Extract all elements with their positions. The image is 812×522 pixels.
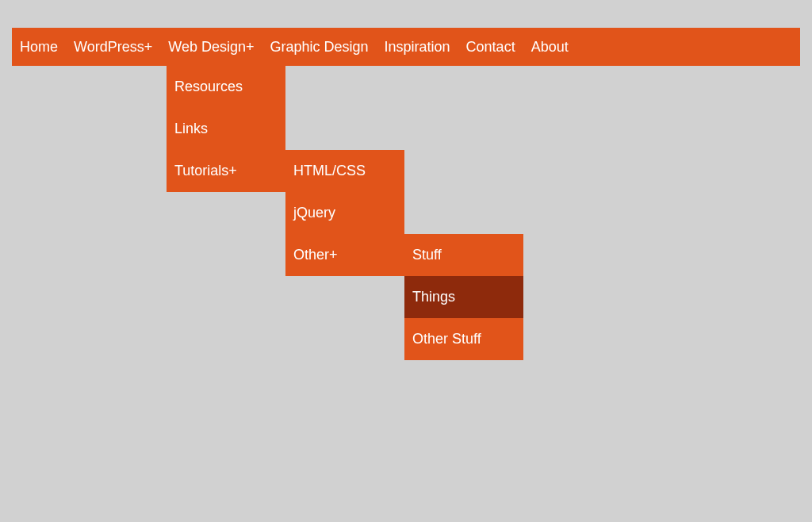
dropdown-web-design: Resources Links Tutorials: [167, 66, 285, 192]
dropdown-item-tutorials[interactable]: Tutorials: [167, 150, 285, 192]
dropdown-item-resources[interactable]: Resources: [167, 66, 285, 108]
main-navbar: Home WordPress Web Design Graphic Design…: [12, 28, 800, 66]
nav-item-web-design[interactable]: Web Design: [160, 28, 262, 66]
dropdown-other: Stuff Things Other Stuff: [404, 234, 523, 360]
dropdown-item-other-stuff[interactable]: Other Stuff: [404, 318, 523, 360]
dropdown-tutorials: HTML/CSS jQuery Other: [285, 150, 404, 276]
dropdown-item-things[interactable]: Things: [404, 276, 523, 318]
nav-item-contact[interactable]: Contact: [458, 28, 523, 66]
dropdown-item-links[interactable]: Links: [167, 108, 285, 150]
nav-item-wordpress[interactable]: WordPress: [66, 28, 160, 66]
dropdown-item-other[interactable]: Other: [285, 234, 404, 276]
nav-item-about[interactable]: About: [523, 28, 576, 66]
dropdown-item-jquery[interactable]: jQuery: [285, 192, 404, 234]
dropdown-item-stuff[interactable]: Stuff: [404, 234, 523, 276]
nav-item-graphic-design[interactable]: Graphic Design: [262, 28, 376, 66]
dropdown-item-html-css[interactable]: HTML/CSS: [285, 150, 404, 192]
nav-item-home[interactable]: Home: [12, 28, 66, 66]
nav-item-inspiration[interactable]: Inspiration: [377, 28, 458, 66]
